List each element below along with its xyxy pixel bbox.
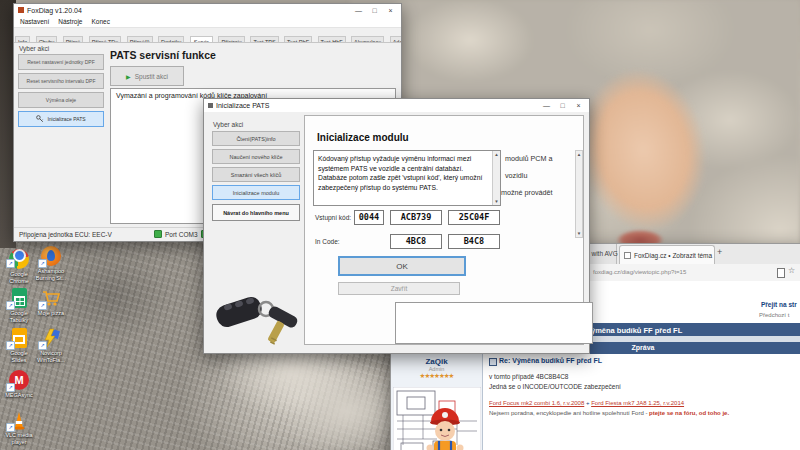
tab-bar: Info Chyby Přímé Přímé TDe Přímé(I) Doda… [14, 28, 401, 43]
erase-keys-button[interactable]: Smazání všech klíčů [212, 167, 300, 182]
tab-pristroje[interactable]: Přístroje [218, 36, 244, 43]
desktop-icon-cart[interactable]: ↗ Moje pizza [34, 288, 68, 317]
menu-nastroje[interactable]: Nástroje [58, 18, 82, 25]
close-dialog-button[interactable]: Zavřít [338, 282, 460, 295]
dialog-content-panel: Inicializace modulu modulů PCM a vozidlu… [304, 115, 584, 345]
tab-akumulace[interactable]: Akumulace [351, 36, 384, 43]
goto-page-link[interactable]: Přejít na str [761, 301, 797, 308]
play-icon: ▶ [126, 73, 131, 80]
car-key-image [210, 287, 302, 345]
dialog-title: Inicializace PATS [216, 102, 537, 109]
desktop-icon-slides[interactable]: ↗ Google Slides [2, 328, 36, 363]
post-text: Jedná se o INCODE/OUTCODE zabezpečení [489, 383, 621, 390]
init-module-button[interactable]: Inicializace modulu [212, 185, 300, 200]
ok-button[interactable]: OK [338, 256, 466, 276]
dialog-icon [208, 103, 213, 108]
icon-label: Novicorp WinToFla... [34, 350, 68, 363]
incode-field-1[interactable]: 4BC8 [390, 234, 442, 249]
reader-view-icon[interactable] [777, 268, 785, 278]
background-text: možné provádět [501, 188, 553, 197]
pats-info-button[interactable]: Čtení(PATS)info [212, 131, 300, 146]
outcode-label: Vstupní kód: [315, 214, 351, 221]
scroll-down-icon[interactable]: ▼ [576, 231, 582, 236]
url-bar[interactable]: foxdiag.cz/diag/viewtopic.php?t=15 [593, 269, 686, 275]
browser-tab-foxdiag[interactable]: FoxDiag.cz • Zobrazit téma [619, 245, 715, 264]
tab-test-rbf[interactable]: Test RbF [284, 36, 312, 43]
return-main-menu-button[interactable]: Návrat do hlavního menu [212, 204, 300, 221]
tab-test-hbf[interactable]: Test HbF [318, 36, 346, 43]
icon-label: MEGAsync [2, 392, 36, 399]
key-icon [36, 115, 44, 123]
bookmark-star-icon[interactable]: ☆ [788, 266, 795, 275]
tab-info[interactable]: Info [15, 36, 30, 43]
tab-prime-i[interactable]: Přímé(I) [127, 36, 153, 43]
icon-label: VLC media player [2, 432, 36, 445]
status-port: Port COM3 [154, 230, 209, 238]
outcode-field-3[interactable]: 25C04F [448, 210, 500, 225]
desktop-icon-vlc[interactable]: ↗ VLC media player [2, 410, 36, 445]
menu-nastaveni[interactable]: Nastavení [20, 18, 49, 25]
outcode-field-2[interactable]: ACB739 [390, 210, 442, 225]
titlebar[interactable]: FoxDiag v1.20.04 — □ × [14, 4, 401, 16]
action-reset-dpf-button[interactable]: Reset nastavení jednotky DPF [18, 54, 104, 70]
info-text-box[interactable]: Kódovaný přístup vyžaduje výměnu informa… [313, 150, 501, 206]
tab-servis[interactable]: Servis [190, 36, 213, 43]
page-favicon-icon [624, 252, 631, 259]
maximize-button[interactable]: □ [556, 102, 569, 109]
select-action-label: Vyber akci [19, 45, 49, 52]
pats-init-dialog: Inicializace PATS — □ × Vyber akci Čtení… [203, 98, 590, 354]
scroll-up-icon[interactable]: ▲ [493, 152, 500, 157]
post-title[interactable]: Re: Výměna budíků FF před FL [499, 357, 602, 364]
tab-dodatky[interactable]: Dodatky [158, 36, 184, 43]
info-text: Kódovaný přístup vyžaduje výměnu informa… [318, 154, 488, 192]
menu-konec[interactable]: Konec [92, 18, 110, 25]
scrollbar[interactable]: ▲ ▼ [492, 151, 500, 205]
signature-link[interactable]: Ford Focus mk2 combi 1.6, r.v.2008 [489, 400, 584, 406]
learn-key-button[interactable]: Naučení nového klíče [212, 149, 300, 164]
shortcut-arrow-icon: ↗ [6, 383, 15, 392]
previous-topic-link[interactable]: Předchozí t [759, 312, 789, 318]
icon-label: Google Chrome [2, 271, 36, 284]
new-tab-button[interactable]: + [717, 247, 722, 257]
desktop-icon-chrome[interactable]: ↗ Google Chrome [2, 246, 36, 284]
outcode-field-1[interactable]: 0044 [354, 210, 384, 225]
shortcut-arrow-icon: ↗ [6, 423, 15, 432]
tab-prime[interactable]: Přímé [63, 36, 84, 43]
scroll-up-icon[interactable]: ▲ [576, 152, 582, 157]
author-cell: ZaQik Admin ★★★★★★★ [391, 354, 483, 450]
icon-label: Ashampoo Burning St... [34, 268, 68, 281]
shortcut-arrow-icon: ↗ [38, 301, 47, 310]
action-oil-change-button[interactable]: Výměna oleje [18, 92, 104, 108]
post-message-cell: Re: Výměna budíků FF před FL v tomto pří… [483, 354, 800, 450]
background-panel [395, 302, 593, 344]
action-service-interval-button[interactable]: Reset servisního intervalu DPF [18, 73, 104, 89]
action-pats-init-button[interactable]: Inicializace PATS [18, 111, 104, 127]
minimize-button[interactable]: — [540, 102, 553, 109]
tab-chyby[interactable]: Chyby [36, 36, 58, 43]
tab-adapt-egr[interactable]: Adapt.EGR [390, 36, 401, 43]
menubar: Nastavení Nástroje Konec [14, 16, 401, 28]
signature-link[interactable]: Ford Fiesta mk7 JA8 1.25, r.v.2014 [591, 400, 684, 406]
incode-field-2[interactable]: B4C8 [448, 234, 500, 249]
tab-prime-tde[interactable]: Přímé TDe [89, 36, 122, 43]
dialog-titlebar[interactable]: Inicializace PATS — □ × [204, 99, 589, 112]
maximize-button[interactable]: □ [368, 7, 381, 14]
author-username[interactable]: ZaQik [391, 357, 482, 366]
scroll-down-icon[interactable]: ▼ [493, 199, 500, 204]
run-action-button[interactable]: ▶ Spustit akci [110, 66, 184, 86]
desktop-icon-sheets[interactable]: ↗ Google Tabulky [2, 288, 36, 323]
icon-label: Moje pizza [34, 310, 68, 317]
icon-label: Google Tabulky [2, 310, 36, 323]
shortcut-arrow-icon: ↗ [38, 341, 47, 350]
close-button[interactable]: × [572, 102, 585, 109]
signature-note: Nejsem poradna, encyklopedie ani hotline… [489, 410, 729, 416]
close-button[interactable]: × [384, 7, 397, 14]
tab-test-tps[interactable]: Test TPS [250, 36, 278, 43]
post-text: v tomto případě 4BC8B4C8 [489, 373, 569, 380]
desktop-icon-megasync[interactable]: M ↗ MEGAsync [2, 370, 36, 399]
desktop-icon-wintoflash[interactable]: ↗ Novicorp WinToFla... [34, 328, 68, 363]
minimize-button[interactable]: — [352, 7, 365, 14]
desktop-icon-burning-studio[interactable]: ↗ Ashampoo Burning St... [34, 246, 68, 281]
scrollbar[interactable]: ▲ ▼ [575, 150, 583, 238]
thread-title: Výměna budíků FF před FL [586, 326, 682, 335]
